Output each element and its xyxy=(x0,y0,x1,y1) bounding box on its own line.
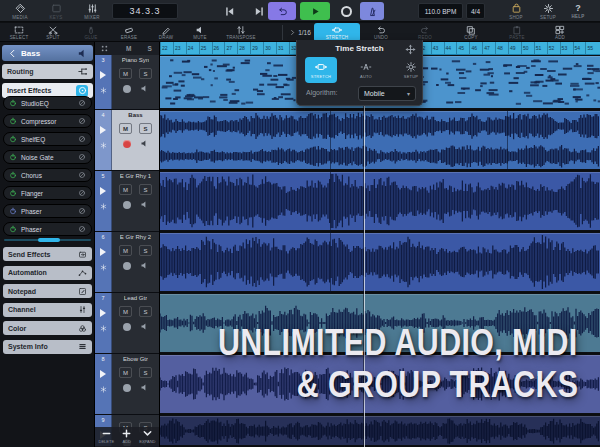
sidebar-scroll-indicator[interactable] xyxy=(4,239,91,241)
solo-button[interactable]: S xyxy=(139,245,152,256)
track-color-strip[interactable]: 7 xyxy=(95,293,112,353)
record-arm-button[interactable] xyxy=(123,140,131,148)
record-button[interactable] xyxy=(334,2,358,20)
record-arm-button[interactable] xyxy=(123,201,131,209)
bypass-icon[interactable] xyxy=(78,189,86,197)
menu-item-system-info[interactable]: System Info xyxy=(3,340,92,354)
effect-slot-phaser[interactable]: Phaser xyxy=(3,204,92,218)
solo-button[interactable]: S xyxy=(139,306,152,317)
tool-split[interactable]: SPLIT xyxy=(34,23,72,42)
freeze-icon[interactable] xyxy=(100,386,107,393)
bypass-icon[interactable] xyxy=(78,225,86,233)
effect-slot-studioeq[interactable]: StudioEQ xyxy=(3,96,92,110)
tool-glue[interactable]: GLUE xyxy=(72,23,110,42)
freeze-icon[interactable] xyxy=(100,142,107,149)
inspector-track-header[interactable]: Bass xyxy=(2,45,93,61)
track-color-strip[interactable]: 8 xyxy=(95,354,112,414)
monitor-speaker-icon[interactable] xyxy=(140,322,149,331)
region-e-gtr-fills[interactable] xyxy=(160,416,600,445)
effect-slot-compressor[interactable]: Compressor xyxy=(3,114,92,128)
track-play-icon[interactable] xyxy=(100,309,106,317)
monitor-speaker-icon[interactable] xyxy=(140,200,149,209)
freeze-icon[interactable] xyxy=(100,87,107,94)
power-icon[interactable] xyxy=(9,153,17,161)
effect-slot-chorus[interactable]: Chorus xyxy=(3,168,92,182)
tool-copy[interactable]: COPY xyxy=(448,23,494,42)
expand-tracks-button[interactable]: EXPAND xyxy=(139,428,155,444)
track-header-ebow-gtr[interactable]: 8Ebow GtrMS xyxy=(95,354,159,415)
tool-mute[interactable]: MUTE xyxy=(184,23,216,42)
mute-button[interactable]: M xyxy=(119,68,132,79)
track-color-strip[interactable]: 4 xyxy=(95,110,112,170)
solo-button[interactable]: S xyxy=(139,68,152,79)
time-display[interactable]: 34.3.3 xyxy=(112,3,178,19)
delete-track-button[interactable]: DELETE xyxy=(99,428,115,444)
effect-slot-flanger[interactable]: Flanger xyxy=(3,186,92,200)
bypass-icon[interactable] xyxy=(78,153,86,161)
mute-button[interactable]: M xyxy=(119,306,132,317)
tempo-display[interactable]: 110.0 BPM xyxy=(418,3,463,19)
tool-add[interactable]: ADD xyxy=(540,23,580,42)
tool-transpose[interactable]: TRANSPOSE xyxy=(216,23,266,42)
monitor-speaker-icon[interactable] xyxy=(140,383,149,392)
menu-item-automation[interactable]: Automation xyxy=(3,266,92,280)
shop-button[interactable]: SHOP xyxy=(500,1,532,21)
tool-draw[interactable]: DRAW xyxy=(148,23,184,42)
cycle-button[interactable] xyxy=(268,2,296,20)
menu-item-channel[interactable]: Channel xyxy=(3,303,92,317)
help-button[interactable]: ?HELP xyxy=(562,1,594,21)
track-color-strip[interactable]: 5 xyxy=(95,171,112,231)
stretch-mode-setup[interactable]: SETUP xyxy=(395,57,427,83)
track-play-icon[interactable] xyxy=(100,248,106,256)
effect-slot-shelfeq[interactable]: ShelfEQ xyxy=(3,132,92,146)
menu-item-color[interactable]: Color xyxy=(3,321,92,335)
record-arm-button[interactable] xyxy=(123,323,131,331)
solo-button[interactable]: S xyxy=(139,123,152,134)
track-color-strip[interactable]: 3 xyxy=(95,55,112,109)
effect-slot-phaser[interactable]: Phaser xyxy=(3,222,92,236)
setup-button[interactable]: SETUP xyxy=(532,1,564,21)
bypass-icon[interactable] xyxy=(78,207,86,215)
metronome-button[interactable] xyxy=(360,2,384,20)
track-header-piano-syn[interactable]: 3Piano SynMS xyxy=(95,55,159,110)
solo-button[interactable]: S xyxy=(139,367,152,378)
tool-select[interactable]: SELECT xyxy=(4,23,34,42)
track-play-icon[interactable] xyxy=(100,187,106,195)
track-play-icon[interactable] xyxy=(100,126,106,134)
power-icon[interactable] xyxy=(9,99,17,107)
monitor-speaker-icon[interactable] xyxy=(140,261,149,270)
record-arm-button[interactable] xyxy=(123,262,131,270)
tool-erase[interactable]: ERASE xyxy=(110,23,148,42)
region-bass[interactable] xyxy=(160,111,600,169)
freeze-icon[interactable] xyxy=(100,264,107,271)
effect-slot-noise-gate[interactable]: Noise Gate xyxy=(3,150,92,164)
monitor-speaker-icon[interactable] xyxy=(140,84,149,93)
freeze-icon[interactable] xyxy=(100,203,107,210)
track-header-e-gtr-rhy-1[interactable]: 5E Gtr Rhy 1MS xyxy=(95,171,159,232)
bypass-icon[interactable] xyxy=(78,135,86,143)
power-icon[interactable] xyxy=(9,171,17,179)
routing-item[interactable]: Routing xyxy=(2,64,93,79)
record-arm-button[interactable] xyxy=(123,85,131,93)
track-header-bass[interactable]: 4BassMS xyxy=(95,110,159,171)
mute-button[interactable]: M xyxy=(119,245,132,256)
mute-button[interactable]: M xyxy=(119,367,132,378)
region-e-gtr-rhy-2[interactable] xyxy=(160,233,600,291)
power-icon[interactable] xyxy=(9,189,17,197)
keys-button[interactable]: KEYS xyxy=(40,1,72,21)
power-icon[interactable] xyxy=(9,117,17,125)
menu-item-send-effects[interactable]: Send Effects xyxy=(3,247,92,261)
region-e-gtr-rhy-1[interactable] xyxy=(160,172,600,230)
track-header-e-gtr-rhy-2[interactable]: 6E Gtr Rhy 2MS xyxy=(95,232,159,293)
stretch-mode-auto[interactable]: AUTO xyxy=(350,57,382,83)
play-button[interactable] xyxy=(300,2,330,20)
track-play-icon[interactable] xyxy=(100,71,106,79)
track-color-strip[interactable]: 6 xyxy=(95,232,112,292)
menu-item-notepad[interactable]: Notepad xyxy=(3,284,92,298)
stretch-mode-stretch[interactable]: STRETCH xyxy=(305,57,337,83)
power-icon[interactable] xyxy=(9,207,17,215)
record-arm-button[interactable] xyxy=(123,384,131,392)
popup-move-icon[interactable] xyxy=(405,44,416,55)
add-track-button[interactable]: ADD xyxy=(121,428,132,444)
tool-paste[interactable]: PASTE xyxy=(494,23,540,42)
